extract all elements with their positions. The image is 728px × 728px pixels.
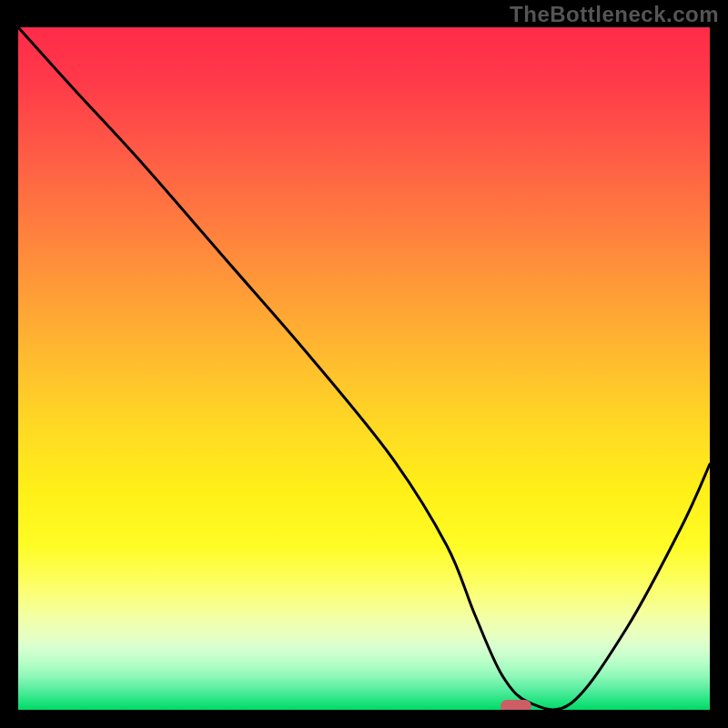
curve-svg bbox=[18, 27, 710, 710]
chart-frame: TheBottleneck.com bbox=[0, 0, 728, 728]
watermark-text: TheBottleneck.com bbox=[510, 2, 719, 27]
plot-area bbox=[18, 27, 710, 710]
optimal-marker bbox=[500, 700, 531, 710]
bottleneck-curve bbox=[18, 27, 710, 710]
